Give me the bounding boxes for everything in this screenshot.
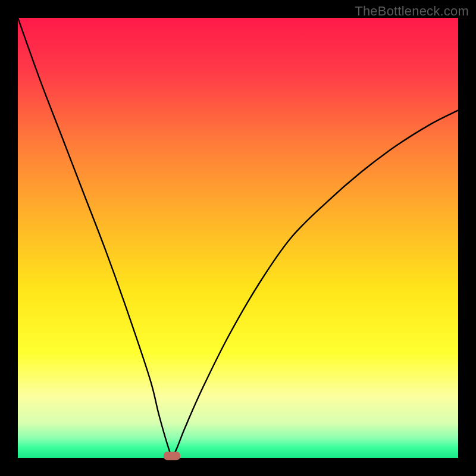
plot-background	[18, 18, 458, 458]
optimum-marker	[164, 452, 180, 460]
chart-svg	[0, 0, 476, 476]
watermark-text: TheBottleneck.com	[355, 4, 469, 19]
bottleneck-chart: TheBottleneck.com	[0, 0, 476, 476]
